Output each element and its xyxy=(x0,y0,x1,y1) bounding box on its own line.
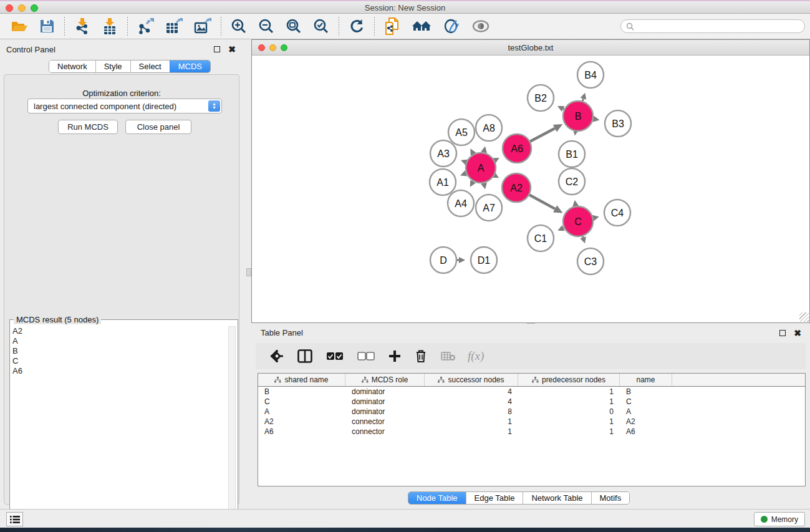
function-builder-icon[interactable]: f(x) xyxy=(463,349,489,363)
table-cell[interactable]: C xyxy=(620,397,672,406)
edge-B-B4[interactable] xyxy=(582,99,583,101)
table-row[interactable]: Cdominator41C xyxy=(258,397,805,407)
tab-motifs[interactable]: Motifs xyxy=(591,492,630,504)
memory-button[interactable]: Memory xyxy=(754,512,805,526)
table-cell[interactable]: A2 xyxy=(258,417,345,426)
open-file-icon[interactable] xyxy=(5,16,34,37)
result-item[interactable]: C xyxy=(12,356,226,366)
table-cell[interactable]: C xyxy=(258,397,345,406)
zoom-fit-icon[interactable] xyxy=(280,16,307,37)
table-cell[interactable]: connector xyxy=(345,427,425,436)
table-row[interactable]: A2connector11A2 xyxy=(258,417,805,427)
cyndex-icon[interactable] xyxy=(437,16,466,37)
open-session-network-icon[interactable] xyxy=(378,16,406,37)
close-panel-button[interactable]: Close panel xyxy=(125,120,191,134)
table-row[interactable]: A6connector11A6 xyxy=(258,427,805,437)
edge-A2-C[interactable] xyxy=(529,195,555,208)
home-icon[interactable] xyxy=(406,16,437,37)
tab-style[interactable]: Style xyxy=(95,60,130,72)
edge-C-C3[interactable] xyxy=(582,236,583,238)
column-settings-icon[interactable] xyxy=(263,349,291,363)
eye-icon[interactable] xyxy=(466,16,496,37)
result-scrollbar[interactable] xyxy=(228,326,236,527)
table-row[interactable]: Adominator80A xyxy=(258,407,805,417)
table-cell[interactable]: dominator xyxy=(345,397,425,406)
delete-table-icon[interactable] xyxy=(434,351,463,361)
close-panel-icon[interactable]: ✖ xyxy=(794,328,801,338)
tab-edge-table[interactable]: Edge Table xyxy=(466,492,523,504)
vertical-divider-handle[interactable] xyxy=(246,268,251,276)
close-panel-icon[interactable]: ✖ xyxy=(228,44,236,54)
mcds-result-list[interactable]: A2ABCA6 xyxy=(12,326,226,527)
tab-select[interactable]: Select xyxy=(130,60,170,72)
export-image-icon[interactable] xyxy=(188,16,217,37)
tab-node-table[interactable]: Node Table xyxy=(408,492,466,504)
table-cell[interactable]: 8 xyxy=(425,407,518,416)
table-cell[interactable]: A xyxy=(258,407,345,416)
tab-network[interactable]: Network xyxy=(49,60,95,72)
table-cell[interactable]: 1 xyxy=(518,387,620,396)
network-view-window: testGlobe.txt AA1A2A3A4A5A6A7A8BB1B2B3B4… xyxy=(251,39,810,323)
show-columns-icon[interactable] xyxy=(291,349,319,363)
save-session-icon[interactable] xyxy=(34,16,60,37)
table-cell[interactable]: connector xyxy=(345,417,425,426)
column-header-successor-nodes[interactable]: successor nodes xyxy=(425,374,518,386)
delete-icon[interactable] xyxy=(408,349,434,363)
table-cell[interactable]: A xyxy=(620,407,672,416)
float-panel-icon[interactable] xyxy=(214,46,220,52)
export-network-icon[interactable] xyxy=(132,16,160,37)
tab-mcds[interactable]: MCDS xyxy=(170,60,210,72)
table-cell[interactable]: A2 xyxy=(620,417,672,426)
run-mcds-button[interactable]: Run MCDS xyxy=(58,120,118,134)
search-field[interactable] xyxy=(620,19,805,33)
search-input[interactable] xyxy=(637,22,799,31)
add-icon[interactable] xyxy=(382,350,408,362)
zoom-selected-icon[interactable] xyxy=(307,16,335,37)
table-cell[interactable]: B xyxy=(258,387,345,396)
table-cell[interactable]: A6 xyxy=(620,427,672,436)
tab-network-table[interactable]: Network Table xyxy=(523,492,591,504)
column-header-predecessor-nodes[interactable]: predecessor nodes xyxy=(518,374,620,386)
table-cell[interactable]: A6 xyxy=(258,427,345,436)
column-header-name[interactable]: name xyxy=(620,374,672,386)
table-cell[interactable]: dominator xyxy=(345,407,425,416)
table-cell[interactable]: B xyxy=(620,387,672,396)
float-panel-icon[interactable] xyxy=(779,330,786,336)
table-cell[interactable]: 0 xyxy=(518,407,620,416)
zoom-in-icon[interactable] xyxy=(225,16,253,37)
table-cell[interactable]: 1 xyxy=(518,417,620,426)
table-cell[interactable]: 4 xyxy=(425,387,518,396)
criterion-select[interactable]: largest connected component (directed) ▲… xyxy=(27,99,222,114)
mcds-result-title: MCDS result (5 nodes) xyxy=(14,315,101,324)
app-title: Session: New Session xyxy=(0,3,810,12)
table-cell[interactable]: 1 xyxy=(425,427,518,436)
import-table-icon[interactable] xyxy=(96,16,123,37)
edge-A6-B[interactable] xyxy=(530,128,555,142)
result-item[interactable]: A2 xyxy=(12,326,226,336)
table-cell[interactable]: 1 xyxy=(518,427,620,436)
apply-layout-icon[interactable] xyxy=(343,16,370,37)
export-table-icon[interactable] xyxy=(160,16,188,37)
table-row[interactable]: Bdominator41B xyxy=(258,387,805,397)
result-item[interactable]: A xyxy=(12,336,226,346)
column-header-label: MCDS role xyxy=(372,375,408,384)
arrowhead-B-B3 xyxy=(593,116,600,122)
network-window-titlebar: testGlobe.txt xyxy=(252,40,809,56)
resize-grip[interactable] xyxy=(799,312,809,322)
table-cell[interactable]: 1 xyxy=(425,417,518,426)
network-graph-canvas[interactable]: AA1A2A3A4A5A6A7A8BB1B2B3B4CC1C2C3C4DD1 xyxy=(252,56,809,322)
import-network-icon[interactable] xyxy=(69,16,96,37)
main-toolbar xyxy=(0,14,810,39)
table-cell[interactable]: dominator xyxy=(345,387,425,396)
deselect-all-icon[interactable] xyxy=(350,352,382,360)
column-header-shared-name[interactable]: shared name xyxy=(258,374,345,386)
table-cell[interactable]: 4 xyxy=(425,397,518,406)
column-header-label: predecessor nodes xyxy=(542,375,605,384)
column-header-MCDS-role[interactable]: MCDS role xyxy=(345,374,425,386)
select-all-icon[interactable] xyxy=(319,352,350,360)
result-item[interactable]: A6 xyxy=(12,366,226,376)
task-history-button[interactable] xyxy=(6,512,23,526)
table-cell[interactable]: 1 xyxy=(518,397,620,406)
zoom-out-icon[interactable] xyxy=(253,16,280,37)
result-item[interactable]: B xyxy=(12,346,226,356)
